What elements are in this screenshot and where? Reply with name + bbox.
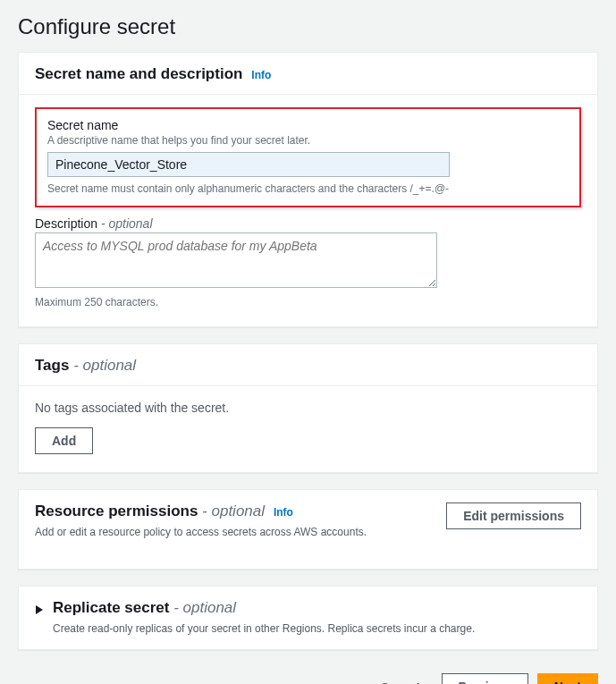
cancel-button[interactable]: Cancel [368,675,433,685]
wizard-footer: Cancel Previous Next [18,666,598,684]
caret-right-icon [35,604,44,618]
panel-header-tags: Tags - optional [19,344,597,385]
section-title-permissions: Resource permissions [35,502,198,519]
tags-optional: - optional [69,357,136,374]
info-link-name-desc[interactable]: Info [251,69,271,81]
panel-name-description: Secret name and description Info Secret … [18,52,598,327]
description-constraint: Maximum 250 characters. [35,296,581,308]
replicate-optional: - optional [169,599,236,616]
panel-tags: Tags - optional No tags associated with … [18,343,598,473]
description-textarea[interactable] [35,232,437,288]
section-title-name-desc: Secret name and description [35,65,242,82]
description-label-text: Description [35,216,97,231]
panel-resource-permissions: Resource permissions - optional Info Add… [18,489,598,570]
no-tags-text: No tags associated with the secret. [35,401,581,415]
secret-name-input[interactable] [47,152,450,177]
replicate-subtext: Create read-only replicas of your secret… [53,622,581,635]
info-link-permissions[interactable]: Info [274,506,293,519]
next-button[interactable]: Next [537,673,598,684]
secret-name-constraint: Secret name must contain only alphanumer… [47,182,569,195]
section-title-tags: Tags [35,357,69,374]
description-optional: - optional [97,216,152,231]
page-title: Configure secret [18,14,598,39]
panel-body-tags: No tags associated with the secret. Add [19,385,597,472]
panel-replicate: Replicate secret - optional Create read-… [18,586,598,650]
svg-marker-0 [36,605,43,614]
panel-body-permissions [19,549,597,569]
permissions-subtext: Add or edit a resource policy to access … [35,526,367,538]
description-label: Description - optional [35,216,581,231]
panel-header-name-desc: Secret name and description Info [19,53,597,94]
panel-header-replicate[interactable]: Replicate secret - optional Create read-… [19,587,597,649]
secret-name-label: Secret name [47,118,569,132]
edit-permissions-button[interactable]: Edit permissions [446,502,581,529]
secret-name-highlight: Secret name A descriptive name that help… [35,107,581,207]
section-title-replicate: Replicate secret [53,599,169,616]
panel-header-permissions: Resource permissions - optional Info Add… [19,490,597,549]
permissions-optional: - optional [198,502,265,519]
secret-name-hint: A descriptive name that helps you find y… [47,134,569,147]
panel-body-name-desc: Secret name A descriptive name that help… [19,94,597,326]
add-tag-button[interactable]: Add [35,427,93,454]
previous-button[interactable]: Previous [442,673,528,684]
